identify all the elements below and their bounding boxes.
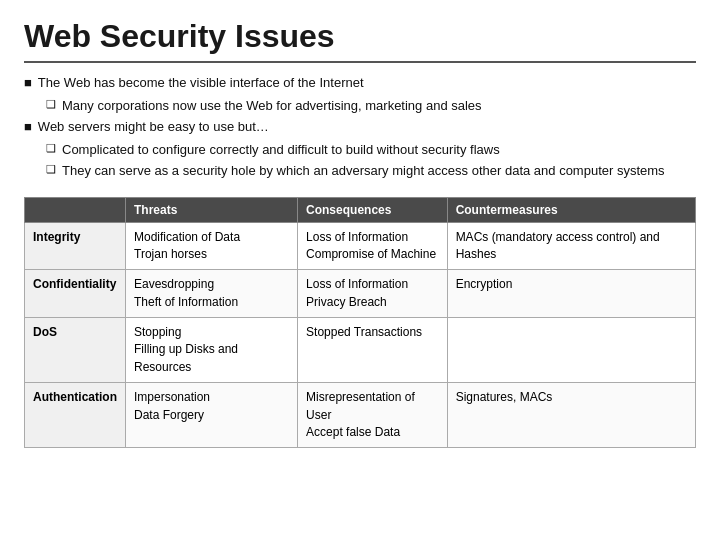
col-header-category	[25, 197, 126, 222]
consequences-authentication-text: Misrepresentation of UserAccept false Da…	[306, 390, 415, 439]
col-header-countermeasures: Countermeasures	[447, 197, 695, 222]
bullet-text-2: Web servers might be easy to use but…	[38, 117, 269, 137]
row-threats-integrity: Modification of DataTrojan horses	[126, 222, 298, 270]
bullet-sub-1-1: ❑ Many corporations now use the Web for …	[46, 96, 696, 116]
col-header-threats: Threats	[126, 197, 298, 222]
bullet-marker-2: ■	[24, 117, 32, 137]
threats-confidentiality-text: EavesdroppingTheft of Information	[134, 277, 238, 308]
slide: Web Security Issues ■ The Web has become…	[0, 0, 720, 540]
table-header-row: Threats Consequences Countermeasures	[25, 197, 696, 222]
bullet-sub-text-1-1: Many corporations now use the Web for ad…	[62, 96, 482, 116]
row-countermeasures-dos	[447, 318, 695, 383]
consequences-confidentiality-text: Loss of InformationPrivacy Breach	[306, 277, 408, 308]
bullet-sub-text-2-2: They can serve as a security hole by whi…	[62, 161, 665, 181]
bullet-sub-2-2: ❑ They can serve as a security hole by w…	[46, 161, 696, 181]
row-consequences-integrity: Loss of InformationCompromise of Machine	[298, 222, 448, 270]
table-row: Integrity Modification of DataTrojan hor…	[25, 222, 696, 270]
row-consequences-dos: Stopped Transactions	[298, 318, 448, 383]
bullet-sub-marker-1-1: ❑	[46, 96, 56, 113]
threats-integrity-text: Modification of DataTrojan horses	[134, 230, 240, 261]
bullet-sub-marker-2-1: ❑	[46, 140, 56, 157]
row-category-authentication: Authentication	[25, 383, 126, 448]
table-row: Confidentiality EavesdroppingTheft of In…	[25, 270, 696, 318]
col-header-consequences: Consequences	[298, 197, 448, 222]
bullet-sub-text-2-1: Complicated to configure correctly and d…	[62, 140, 500, 160]
slide-title: Web Security Issues	[24, 18, 696, 63]
consequences-integrity-text: Loss of InformationCompromise of Machine	[306, 230, 436, 261]
bullet-sub-2-1: ❑ Complicated to configure correctly and…	[46, 140, 696, 160]
table-row: Authentication ImpersonationData Forgery…	[25, 383, 696, 448]
threats-authentication-text: ImpersonationData Forgery	[134, 390, 210, 421]
row-threats-authentication: ImpersonationData Forgery	[126, 383, 298, 448]
row-consequences-confidentiality: Loss of InformationPrivacy Breach	[298, 270, 448, 318]
bullet-sub-marker-2-2: ❑	[46, 161, 56, 178]
threats-dos-text: StoppingFilling up Disks and Resources	[134, 325, 238, 374]
row-threats-dos: StoppingFilling up Disks and Resources	[126, 318, 298, 383]
row-countermeasures-authentication: Signatures, MACs	[447, 383, 695, 448]
security-table: Threats Consequences Countermeasures Int…	[24, 197, 696, 449]
bullet-item-1: ■ The Web has become the visible interfa…	[24, 73, 696, 93]
bullet-text-1: The Web has become the visible interface…	[38, 73, 364, 93]
table-row: DoS StoppingFilling up Disks and Resourc…	[25, 318, 696, 383]
row-threats-confidentiality: EavesdroppingTheft of Information	[126, 270, 298, 318]
bullet-list: ■ The Web has become the visible interfa…	[24, 73, 696, 183]
bullet-marker-1: ■	[24, 73, 32, 93]
row-consequences-authentication: Misrepresentation of UserAccept false Da…	[298, 383, 448, 448]
row-category-integrity: Integrity	[25, 222, 126, 270]
row-category-confidentiality: Confidentiality	[25, 270, 126, 318]
row-category-dos: DoS	[25, 318, 126, 383]
row-countermeasures-integrity: MACs (mandatory access control) and Hash…	[447, 222, 695, 270]
row-countermeasures-confidentiality: Encryption	[447, 270, 695, 318]
bullet-item-2: ■ Web servers might be easy to use but…	[24, 117, 696, 137]
